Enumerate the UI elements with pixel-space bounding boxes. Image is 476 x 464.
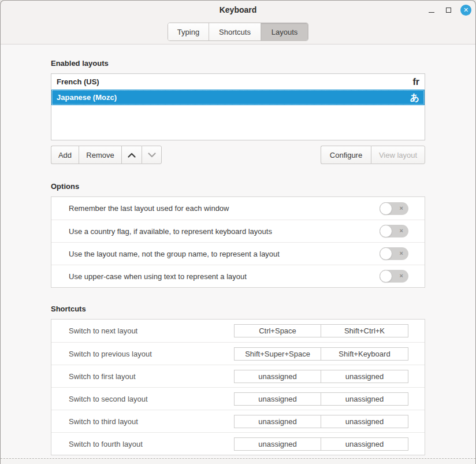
keyboard-settings-window: Keyboard ✕ Typing Shortcuts Layouts Enab… <box>0 0 476 464</box>
shortcut-row-next-layout: Switch to next layout Ctrl+Space Shift+C… <box>51 320 425 342</box>
toggle-off-icon: × <box>400 205 403 211</box>
keybinding-button[interactable]: unassigned <box>234 392 321 406</box>
layout-indicator-glyph: あ <box>410 93 419 102</box>
option-row-country-flag: Use a country flag, if available, to rep… <box>51 220 425 242</box>
tab-shortcuts[interactable]: Shortcuts <box>209 23 261 40</box>
toggle-off-icon: × <box>400 250 403 257</box>
maximize-icon <box>446 8 451 13</box>
shortcuts-heading: Shortcuts <box>51 288 425 313</box>
layout-row-french[interactable]: French (US) fr <box>51 74 425 90</box>
keybinding-button[interactable]: Shift+Super+Space <box>234 347 321 361</box>
option-row-upper-case: Use upper-case when using text to repres… <box>51 265 425 287</box>
view-layout-button[interactable]: View layout <box>371 146 425 164</box>
keybinding-button[interactable]: Ctrl+Space <box>234 324 321 337</box>
tab-bar: Typing Shortcuts Layouts <box>1 19 475 44</box>
chevron-up-icon <box>128 153 136 158</box>
shortcut-row-second-layout: Switch to second layout unassigned unass… <box>51 387 425 410</box>
list-edit-buttons: Add Remove <box>51 146 162 164</box>
keybinding-pair: unassigned unassigned <box>234 392 408 406</box>
shortcut-row-fourth-layout: Switch to fourth layout unassigned unass… <box>51 432 425 455</box>
toggle-remember-layout[interactable]: × <box>380 202 408 215</box>
keybinding-button[interactable]: unassigned <box>234 415 321 428</box>
remove-layout-button[interactable]: Remove <box>79 146 121 164</box>
option-label: Use a country flag, if available, to rep… <box>69 227 272 236</box>
keybinding-pair: Shift+Super+Space Shift+Keyboard <box>234 347 408 361</box>
keybinding-button[interactable]: unassigned <box>321 415 408 428</box>
maximize-button[interactable] <box>443 5 454 16</box>
window-bottom-edge[interactable] <box>1 458 475 464</box>
shortcut-label: Switch to first layout <box>69 372 136 381</box>
close-icon: ✕ <box>460 5 471 16</box>
keybinding-pair: Ctrl+Space Shift+Ctrl+K <box>234 324 408 337</box>
toggle-knob <box>380 202 392 215</box>
shortcut-row-first-layout: Switch to first layout unassigned unassi… <box>51 365 425 387</box>
configure-buttons: Configure View layout <box>321 146 425 164</box>
window-title: Keyboard <box>1 5 475 14</box>
toggle-country-flag[interactable]: × <box>380 225 408 237</box>
options-heading: Options <box>51 164 425 191</box>
keybinding-pair: unassigned unassigned <box>234 370 408 383</box>
minimize-icon <box>429 12 434 13</box>
option-row-remember-layout: Remember the last layout used for each w… <box>51 197 425 220</box>
option-label: Use upper-case when using text to repres… <box>69 272 247 281</box>
keybinding-button[interactable]: Shift+Keyboard <box>321 347 408 361</box>
shortcut-label: Switch to fourth layout <box>69 440 143 448</box>
option-row-layout-name: Use the layout name, not the group name,… <box>51 242 425 265</box>
toggle-off-icon: × <box>400 273 403 279</box>
keybinding-button[interactable]: unassigned <box>321 392 408 406</box>
layout-name: Japanese (Mozc) <box>57 93 117 102</box>
shortcut-row-third-layout: Switch to third layout unassigned unassi… <box>51 410 425 432</box>
layout-actions: Add Remove Configure View layout <box>51 146 425 164</box>
layout-list: French (US) fr Japanese (Mozc) あ <box>51 73 425 140</box>
toggle-knob <box>380 247 392 260</box>
options-panel: Remember the last layout used for each w… <box>51 196 425 288</box>
keybinding-button[interactable]: unassigned <box>321 370 408 383</box>
titlebar: Keyboard ✕ <box>1 1 475 19</box>
keybinding-button[interactable]: Shift+Ctrl+K <box>321 324 408 337</box>
shortcut-label: Switch to next layout <box>69 326 137 335</box>
shortcut-label: Switch to third layout <box>69 417 138 426</box>
shortcut-label: Switch to second layout <box>69 395 148 403</box>
keybinding-button[interactable]: unassigned <box>234 437 321 451</box>
toggle-upper-case[interactable]: × <box>380 270 408 283</box>
move-up-button[interactable] <box>121 146 142 164</box>
close-button[interactable]: ✕ <box>460 5 471 16</box>
toggle-layout-name[interactable]: × <box>380 247 408 260</box>
minimize-button[interactable] <box>426 5 437 16</box>
option-label: Remember the last layout used for each w… <box>69 204 229 213</box>
layout-name: French (US) <box>57 77 99 86</box>
tab-group: Typing Shortcuts Layouts <box>168 23 308 41</box>
keybinding-button[interactable]: unassigned <box>321 437 408 451</box>
tab-layouts[interactable]: Layouts <box>261 23 308 40</box>
window-controls: ✕ <box>426 1 471 19</box>
shortcut-label: Switch to previous layout <box>69 350 152 358</box>
toggle-knob <box>380 225 392 237</box>
move-down-button[interactable] <box>142 146 162 164</box>
tab-typing[interactable]: Typing <box>168 23 209 40</box>
toggle-knob <box>380 270 392 283</box>
enabled-layouts-heading: Enabled layouts <box>51 44 425 68</box>
chevron-down-icon <box>148 153 156 158</box>
keybinding-pair: unassigned unassigned <box>234 415 408 428</box>
shortcut-row-previous-layout: Switch to previous layout Shift+Super+Sp… <box>51 342 425 365</box>
keybinding-button[interactable]: unassigned <box>234 370 321 383</box>
toggle-off-icon: × <box>400 228 403 234</box>
shortcuts-panel: Switch to next layout Ctrl+Space Shift+C… <box>51 319 425 455</box>
add-layout-button[interactable]: Add <box>51 146 79 164</box>
configure-button[interactable]: Configure <box>321 146 371 164</box>
keybinding-pair: unassigned unassigned <box>234 437 408 451</box>
layouts-page: Enabled layouts French (US) fr Japanese … <box>1 44 475 458</box>
option-label: Use the layout name, not the group name,… <box>69 250 280 258</box>
layout-row-japanese[interactable]: Japanese (Mozc) あ <box>51 90 425 105</box>
layout-indicator-glyph: fr <box>412 77 419 87</box>
